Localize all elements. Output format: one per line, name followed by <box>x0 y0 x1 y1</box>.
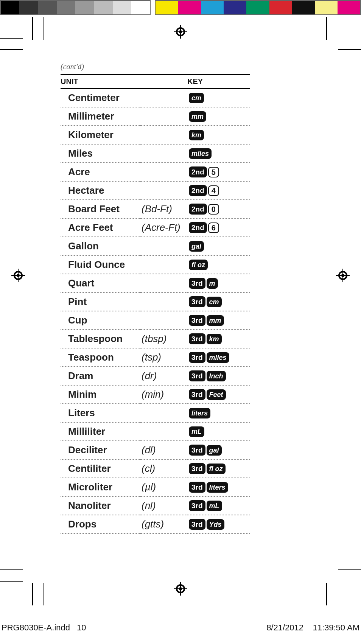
table-row: Microliter(µl)3rdliters <box>61 478 250 496</box>
unit-abbr <box>140 181 187 200</box>
table-row: Fluid Ouncefl oz <box>61 255 250 274</box>
key-button: mL <box>189 426 204 437</box>
key-cell: 3rdmm <box>187 311 250 330</box>
key-button: mm <box>189 111 206 122</box>
swatch <box>224 1 246 14</box>
key-cell: 3rdfl oz <box>187 459 250 478</box>
key-button: Feet <box>207 389 226 400</box>
unit-abbr <box>140 404 187 422</box>
key-cell: gal <box>187 237 250 255</box>
unit-abbr <box>140 255 187 274</box>
continued-label: (cont'd) <box>61 62 250 71</box>
unit-name: Tablespoon <box>61 330 140 348</box>
key-button: miles <box>207 352 229 363</box>
slug-page: 10 <box>77 623 86 633</box>
crop-mark <box>338 569 361 570</box>
unit-name: Pint <box>61 292 140 311</box>
key-button: 3rd <box>189 519 205 530</box>
swatch <box>315 1 338 14</box>
table-row: Milesmiles <box>61 144 250 163</box>
unit-abbr: (cl) <box>140 459 187 478</box>
unit-abbr: (nl) <box>140 496 187 515</box>
unit-name: Centimeter <box>61 89 140 107</box>
swatch <box>156 1 178 14</box>
key-button: gal <box>207 445 222 456</box>
key-button: 3rd <box>189 315 205 326</box>
key-button: mL <box>207 501 222 511</box>
unit-name: Kilometer <box>61 126 140 144</box>
swatch <box>113 1 131 14</box>
swatch <box>246 1 269 14</box>
unit-name: Liters <box>61 404 140 422</box>
key-button: 3rd <box>189 370 205 381</box>
table-row: Tablespoon(tbsp)3rdkm <box>61 330 250 348</box>
key-cell: liters <box>187 404 250 422</box>
unit-key-table-container: (cont'd) UNIT KEY CentimetercmMillimeter… <box>61 62 250 534</box>
key-button: 3rd <box>189 278 205 289</box>
crop-mark <box>32 583 33 605</box>
table-row: Teaspoon(tsp)3rdmiles <box>61 348 250 367</box>
key-button: 5 <box>208 167 219 177</box>
key-cell: 2nd0 <box>187 200 250 218</box>
key-button: 3rd <box>189 333 205 344</box>
crop-mark <box>338 49 361 50</box>
key-cell: 3rdgal <box>187 441 250 459</box>
table-row: Millimetermm <box>61 107 250 126</box>
registration-mark-left <box>11 269 25 282</box>
key-cell: miles <box>187 144 250 163</box>
key-button: 3rd <box>189 389 205 400</box>
crop-mark <box>0 581 23 582</box>
unit-abbr <box>140 89 187 107</box>
key-button: 6 <box>208 222 219 233</box>
table-row: Acre2nd5 <box>61 163 250 181</box>
table-row: MillilitermL <box>61 422 250 441</box>
unit-name: Millimeter <box>61 107 140 126</box>
unit-name: Deciliter <box>61 441 140 459</box>
swatch <box>292 1 315 14</box>
table-row: Quart3rdm <box>61 274 250 292</box>
slug-date: 8/21/2012 <box>266 623 303 632</box>
crop-mark <box>326 583 327 605</box>
key-cell: km <box>187 126 250 144</box>
crop-mark <box>326 17 327 40</box>
unit-name: Dram <box>61 367 140 385</box>
key-cell: 3rdInch <box>187 367 250 385</box>
table-row: Acre Feet(Acre-Ft)2nd6 <box>61 218 250 237</box>
key-button: fl oz <box>207 464 226 474</box>
unit-abbr: (min) <box>140 385 187 404</box>
unit-name: Milliliter <box>61 422 140 441</box>
swatch <box>178 1 201 14</box>
table-row: Hectare2nd4 <box>61 181 250 200</box>
slug-filename: PRG8030E-A.indd <box>2 623 70 633</box>
unit-abbr <box>140 274 187 292</box>
table-row: Gallongal <box>61 237 250 255</box>
key-cell: mm <box>187 107 250 126</box>
unit-abbr: (dr) <box>140 367 187 385</box>
key-button: m <box>207 278 218 289</box>
key-cell: 3rdYds <box>187 515 250 534</box>
swatch <box>201 1 224 14</box>
unit-name: Centiliter <box>61 459 140 478</box>
unit-name: Teaspoon <box>61 348 140 367</box>
unit-key-table: UNIT KEY CentimetercmMillimetermmKilomet… <box>61 74 250 534</box>
table-row: Kilometerkm <box>61 126 250 144</box>
key-button: 3rd <box>189 482 205 493</box>
unit-abbr <box>140 107 187 126</box>
unit-abbr: (µl) <box>140 478 187 496</box>
table-row: Nanoliter(nl)3rdmL <box>61 496 250 515</box>
unit-name: Microliter <box>61 478 140 496</box>
unit-abbr: (tbsp) <box>140 330 187 348</box>
table-row: Centiliter(cl)3rdfl oz <box>61 459 250 478</box>
table-row: Litersliters <box>61 404 250 422</box>
key-cell: cm <box>187 89 250 107</box>
key-cell: 3rdmL <box>187 496 250 515</box>
table-row: Minim(min)3rdFeet <box>61 385 250 404</box>
key-button: liters <box>189 408 210 418</box>
swatch <box>75 1 94 14</box>
table-row: Centimetercm <box>61 89 250 107</box>
key-cell: 3rdm <box>187 274 250 292</box>
swatch <box>94 1 112 14</box>
crop-mark <box>0 38 23 39</box>
table-row: Pint3rdcm <box>61 292 250 311</box>
registration-mark-right <box>336 269 350 282</box>
